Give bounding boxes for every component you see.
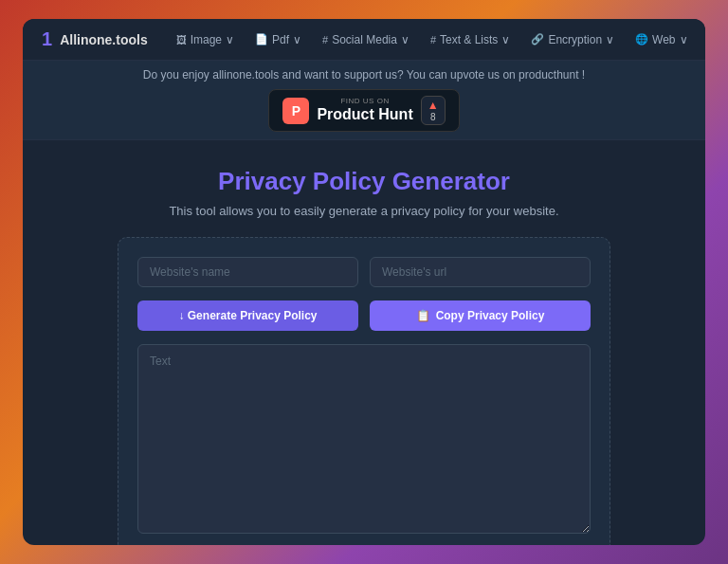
image-dropdown-icon: ∨ [226,33,234,46]
page-title: Privacy Policy Generator [218,167,510,196]
image-icon: 🖼 [176,34,187,45]
copy-button[interactable]: 📋 Copy Privacy Policy [370,300,591,331]
nav-item-text-lists[interactable]: # Text & Lists ∨ [421,27,519,52]
nav-item-image[interactable]: 🖼 Image ∨ [167,27,244,52]
banner-text: Do you enjoy allinone.tools and want to … [42,68,686,82]
banner: Do you enjoy allinone.tools and want to … [23,61,705,140]
social-media-icon: # [322,34,328,45]
page-subtitle: This tool allows you to easily generate … [169,204,558,218]
upvote-count: 8 [430,112,436,122]
nav-item-encryption[interactable]: 🔗 Encryption ∨ [521,27,624,52]
nav-item-social-media-label: Social Media [332,33,397,46]
app-window: 1 Allinone.tools 🖼 Image ∨ 📄 Pdf ∨ # Soc… [23,19,705,545]
web-icon: 🌐 [635,33,648,45]
text-lists-dropdown-icon: ∨ [501,33,510,46]
button-row: ↓ Generate Privacy Policy 📋 Copy Privacy… [137,300,591,331]
nav-item-image-label: Image [191,33,222,46]
product-hunt-text: FIND US ON Product Hunt [317,97,412,123]
encryption-icon: 🔗 [531,33,544,45]
copy-icon: 📋 [416,309,430,322]
logo-icon: 1 [42,28,52,50]
main-content: Privacy Policy Generator This tool allow… [23,140,705,545]
product-hunt-name: Product Hunt [317,105,412,123]
nav-item-encryption-label: Encryption [548,33,602,46]
pdf-icon: 📄 [255,33,268,45]
nav-item-web-label: Web [652,33,675,46]
nav-item-web[interactable]: 🌐 Web ∨ [626,27,697,52]
nav-item-social-media[interactable]: # Social Media ∨ [313,27,419,52]
form-card: ↓ Generate Privacy Policy 📋 Copy Privacy… [118,237,610,545]
website-url-input[interactable] [370,257,591,287]
logo-text: Allinone.tools [60,32,148,47]
encryption-dropdown-icon: ∨ [606,33,614,46]
navbar: 1 Allinone.tools 🖼 Image ∨ 📄 Pdf ∨ # Soc… [23,19,705,61]
product-hunt-upvote[interactable]: ▲ 8 [421,96,446,125]
nav-item-pdf-label: Pdf [272,33,289,46]
pdf-dropdown-icon: ∨ [293,33,301,46]
text-lists-icon: # [430,34,436,45]
generate-button[interactable]: ↓ Generate Privacy Policy [137,300,358,331]
logo-area[interactable]: 1 Allinone.tools [42,28,148,50]
generate-button-label: ↓ Generate Privacy Policy [178,309,317,322]
output-textarea[interactable] [137,344,591,534]
upvote-arrow-icon: ▲ [428,99,439,112]
nav-items: 🖼 Image ∨ 📄 Pdf ∨ # Social Media ∨ # Tex… [167,27,698,52]
product-hunt-logo: P [282,98,309,124]
nav-item-text-lists-label: Text & Lists [440,33,498,46]
input-row [137,257,591,287]
copy-button-label: Copy Privacy Policy [436,309,545,322]
web-dropdown-icon: ∨ [680,33,688,46]
product-hunt-find-us: FIND US ON [317,97,412,105]
website-name-input[interactable] [137,257,358,287]
product-hunt-badge[interactable]: P FIND US ON Product Hunt ▲ 8 [268,89,459,132]
nav-item-pdf[interactable]: 📄 Pdf ∨ [246,27,311,52]
social-media-dropdown-icon: ∨ [401,33,410,46]
